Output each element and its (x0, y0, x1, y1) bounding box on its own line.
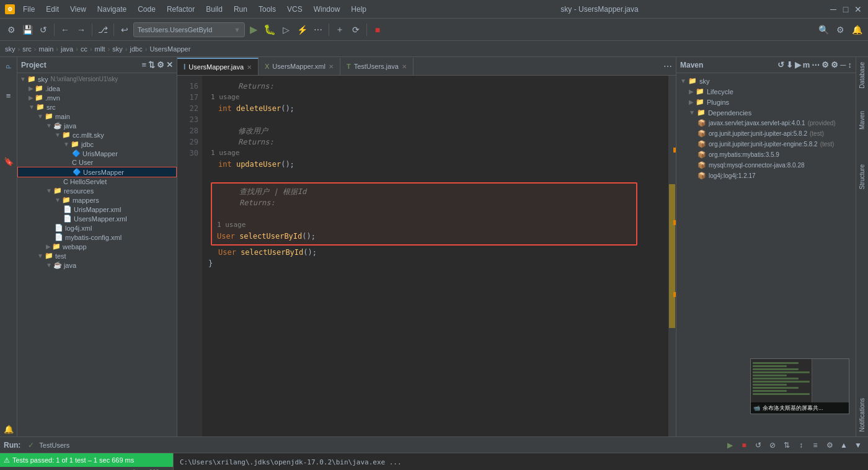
menu-build[interactable]: Build (202, 4, 227, 15)
tab-close-testusers-java[interactable]: ✕ (402, 63, 407, 70)
refresh-icon[interactable]: ⟳ (348, 22, 363, 37)
back-button[interactable]: ← (58, 22, 73, 37)
menu-navigate[interactable]: Navigate (93, 4, 131, 15)
run-expand-icon[interactable]: ↕ (795, 439, 807, 451)
settings-icon[interactable]: ⚙ (4, 22, 19, 37)
add-config-icon[interactable]: ＋ (332, 22, 347, 37)
menu-tools[interactable]: Tools (254, 4, 280, 15)
settings2-icon[interactable]: ⚙ (833, 22, 848, 37)
tree-webapp[interactable]: ▶ 📁 webapp (17, 242, 177, 251)
maven-dep-junit-api[interactable]: 📦 org.junit.jupiter:junit-jupiter-api:5.… (676, 128, 856, 139)
bc-sky[interactable]: sky (5, 45, 16, 53)
code-editor[interactable]: Returns: 1 usage int deleteUser (); (202, 76, 668, 437)
bc-jdbc[interactable]: jdbc (130, 45, 143, 53)
close-button[interactable]: ✕ (853, 4, 863, 14)
maven-refresh-icon[interactable]: ↺ (777, 60, 784, 69)
undo-icon[interactable]: ↩ (117, 22, 132, 37)
project-gear-icon[interactable]: ✕ (166, 60, 173, 69)
maven-dep-mybatis[interactable]: 📦 org.mybatis:mybatis:3.5.9 (676, 149, 856, 160)
tree-resources[interactable]: ▼ 📁 resources (17, 186, 177, 195)
bc-java[interactable]: java (61, 45, 73, 53)
run-down-icon[interactable]: ▼ (852, 439, 864, 451)
test-item-testusers[interactable]: ✓ TestUsers 1 sec 669 ms (0, 467, 173, 470)
tab-close-usersmapper-java[interactable]: ✕ (247, 64, 252, 71)
tree-sky-root[interactable]: ▼ 📁 sky N:\xrilang\VersionU1\sky (17, 74, 177, 84)
structure-tab[interactable]: Structure (859, 159, 866, 195)
run-sort-icon[interactable]: ⇅ (781, 439, 793, 451)
minimize-button[interactable]: ─ (828, 4, 838, 14)
structure-icon[interactable]: ≡ (1, 88, 16, 103)
tree-log4j-xml[interactable]: 📄 log4j.xml (17, 223, 177, 233)
maven-dep-junit-engine[interactable]: 📦 org.junit.jupiter:junit-jupiter-engine… (676, 139, 856, 149)
tree-jdbc[interactable]: ▼ 📁 jdbc (17, 140, 177, 149)
editor-scrollbar[interactable] (668, 76, 676, 437)
menu-view[interactable]: View (66, 4, 91, 15)
ide-icon[interactable]: 🔔 (849, 22, 864, 37)
tree-test[interactable]: ▼ 📁 test (17, 251, 177, 260)
tab-usersmapper-xml[interactable]: X UsersMapper.xml ✕ (259, 58, 340, 75)
run-rerun-icon[interactable]: ↺ (752, 439, 764, 451)
sync-icon[interactable]: ↺ (36, 22, 51, 37)
run-config-dropdown[interactable]: TestUsers.UsersGetById ▼ (133, 22, 245, 37)
tree-user[interactable]: C User (17, 158, 177, 167)
run-stop-icon[interactable]: ■ (738, 439, 750, 451)
maven-panel-settings-icon[interactable]: ⚙ (831, 60, 838, 69)
tree-helloservlet[interactable]: C HelloServlet (17, 177, 177, 186)
tree-test-java[interactable]: ▼ ☕ java (17, 260, 177, 270)
maven-sky-root[interactable]: ▼ 📁 sky (676, 76, 856, 86)
tree-idea[interactable]: ▶ 📁 .idea (17, 84, 177, 93)
stop-button[interactable]: ■ (370, 22, 385, 37)
tree-usersmapper[interactable]: 🔷 UsersMapper (17, 167, 177, 177)
maven-expand-icon[interactable]: ↕ (848, 60, 852, 69)
thumbnail-overlay[interactable]: 📹 余布洛夫斯基的屏幕共... (750, 358, 849, 414)
debug-button[interactable]: 🐛 (262, 22, 277, 37)
notifications-icon[interactable]: 🔔 (1, 422, 16, 437)
menu-vcs[interactable]: VCS (283, 4, 307, 15)
run-settings-icon[interactable]: ⚙ (823, 439, 836, 451)
database-tab[interactable]: Database (859, 57, 866, 94)
menu-window[interactable]: Window (309, 4, 345, 15)
tab-usersmapper-java[interactable]: I UsersMapper.java ✕ (177, 58, 259, 75)
tree-mappers[interactable]: ▼ 📁 mappers (17, 195, 177, 205)
maximize-button[interactable]: □ (841, 4, 851, 14)
maven-run-icon[interactable]: ▶ (795, 60, 801, 69)
run-restart-icon[interactable]: ▶ (724, 439, 736, 451)
menu-code[interactable]: Code (133, 4, 160, 15)
maven-dependencies[interactable]: ▼ 📁 Dependencies (676, 107, 856, 118)
bc-cc[interactable]: cc (81, 45, 87, 53)
tree-mybatis-config[interactable]: 📄 mybatis-config.xml (17, 233, 177, 242)
bc-usersmapper[interactable]: UsersMapper (149, 45, 190, 53)
tab-close-usersmapper-xml[interactable]: ✕ (329, 63, 334, 70)
forward-button[interactable]: → (74, 22, 89, 37)
maven-dep-servlet[interactable]: 📦 javax.servlet:javax.servlet-api:4.0.1 … (676, 118, 856, 128)
git-icon[interactable]: ⎇ (95, 22, 110, 37)
maven-dep-mysql[interactable]: 📦 mysql:mysql-connector-java:8.0.28 (676, 160, 856, 171)
maven-tab[interactable]: Maven (859, 106, 866, 135)
maven-lifecycle[interactable]: ▶ 📁 Lifecycle (676, 86, 856, 97)
tree-main[interactable]: ▼ 📁 main (17, 112, 177, 121)
run-button[interactable]: ▶ (246, 22, 261, 37)
run-filter-icon[interactable]: ⊘ (766, 439, 779, 451)
maven-close-icon[interactable]: ─ (840, 60, 846, 69)
project-list-icon[interactable]: ≡ (141, 60, 146, 69)
menu-help[interactable]: Help (347, 4, 371, 15)
save-icon[interactable]: 💾 (20, 22, 35, 37)
maven-more-icon[interactable]: ⋯ (812, 60, 820, 69)
run-up-icon[interactable]: ▲ (838, 439, 850, 451)
tree-mvn[interactable]: ▶ 📁 .mvn (17, 93, 177, 102)
profile-button[interactable]: ⚡ (294, 22, 309, 37)
menu-file[interactable]: File (19, 4, 39, 15)
tree-urismapper[interactable]: 🔷 UrisMapper (17, 149, 177, 158)
bc-mllt[interactable]: mllt (95, 45, 105, 53)
maven-tree-icon[interactable]: m (803, 60, 810, 69)
menu-refactor[interactable]: Refactor (162, 4, 199, 15)
bc-sky2[interactable]: sky (112, 45, 123, 53)
project-sort-icon[interactable]: ⇅ (148, 60, 155, 69)
coverage-button[interactable]: ▷ (278, 22, 293, 37)
bc-src[interactable]: src (22, 45, 32, 53)
project-icon[interactable]: P (1, 60, 16, 74)
tree-src[interactable]: ▼ 📁 src (17, 102, 177, 112)
tree-urismapper-xml[interactable]: 📄 UrisMapper.xml (17, 205, 177, 214)
tabs-more-button[interactable]: ⋯ (660, 58, 676, 75)
project-settings-icon[interactable]: ⚙ (157, 60, 164, 69)
